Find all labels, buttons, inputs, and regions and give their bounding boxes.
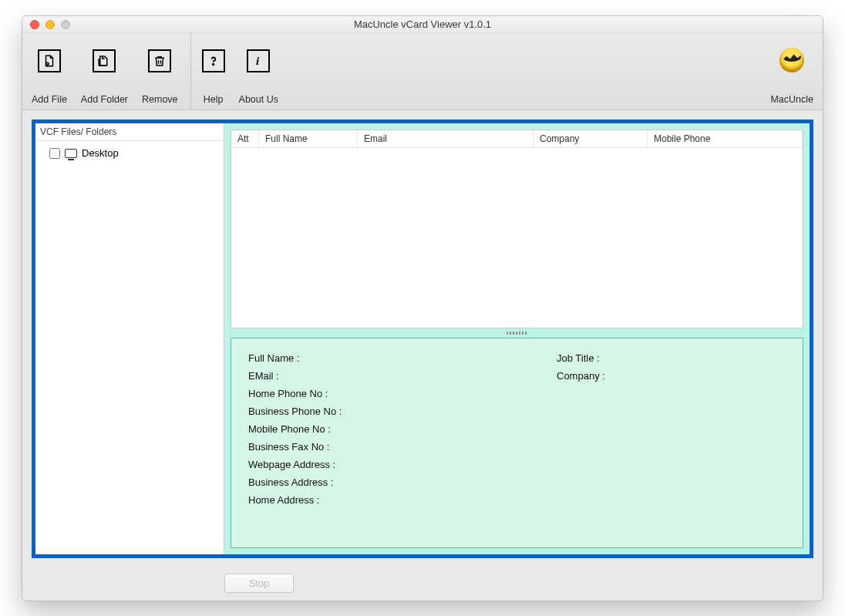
file-tree: Desktop	[35, 141, 224, 165]
grip-icon	[507, 332, 528, 335]
help-button[interactable]: Help	[202, 49, 225, 105]
titlebar: MacUncle vCard Viewer v1.0.1	[22, 16, 823, 33]
traffic-lights	[22, 20, 70, 29]
main-frame: VCF Files/ Folders Desktop Att Full Name…	[32, 119, 813, 558]
stop-button[interactable]: Stop	[224, 574, 294, 593]
app-window: MacUncle vCard Viewer v1.0.1 Add File Ad…	[22, 15, 823, 601]
detail-mobile-phone: Mobile Phone No :	[248, 423, 526, 435]
detail-email: EMail :	[248, 370, 526, 382]
close-icon[interactable]	[30, 20, 39, 29]
brand-label: MacUncle	[770, 94, 813, 105]
toolbar-label: Remove	[142, 94, 178, 105]
toolbar-label: Help	[204, 94, 224, 105]
column-email[interactable]: Email	[358, 130, 534, 147]
add-file-icon	[38, 49, 61, 72]
toolbar-group-files: Add File Add Folder Remove	[32, 49, 190, 105]
column-company[interactable]: Company	[534, 130, 648, 147]
info-icon: i	[247, 49, 270, 72]
tree-item-label: Desktop	[82, 147, 119, 159]
svg-point-1	[212, 64, 214, 66]
svg-text:i: i	[256, 55, 260, 67]
detail-webpage: Webpage Address :	[248, 459, 526, 470]
about-button[interactable]: i About Us	[239, 49, 278, 105]
detail-job-title: Job Title :	[557, 352, 786, 364]
contacts-table[interactable]: Att Full Name Email Company Mobile Phone	[231, 130, 803, 328]
toolbar: Add File Add Folder Remove	[22, 33, 823, 110]
toolbar-label: Add Folder	[81, 94, 128, 105]
sidebar-header: VCF Files/ Folders	[35, 123, 224, 141]
toolbar-label: Add File	[32, 94, 67, 105]
detail-home-phone: Home Phone No :	[248, 388, 526, 399]
add-file-button[interactable]: Add File	[32, 49, 67, 105]
tree-item-checkbox[interactable]	[49, 148, 60, 159]
column-att[interactable]: Att	[231, 130, 259, 147]
remove-button[interactable]: Remove	[142, 49, 178, 105]
footer: Stop	[22, 567, 823, 601]
svg-point-0	[46, 62, 49, 65]
brand-logo-icon	[779, 48, 804, 72]
trash-icon	[148, 49, 171, 72]
zoom-icon[interactable]	[61, 20, 70, 29]
toolbar-group-help: Help i About Us	[202, 49, 291, 105]
table-header: Att Full Name Email Company Mobile Phone	[231, 130, 803, 148]
detail-business-fax: Business Fax No :	[248, 441, 526, 453]
window-title: MacUncle vCard Viewer v1.0.1	[22, 19, 823, 30]
detail-home-address: Home Address :	[248, 494, 526, 506]
detail-business-phone: Business Phone No :	[248, 406, 526, 417]
desktop-icon	[65, 149, 77, 158]
splitter-handle[interactable]	[231, 328, 803, 338]
toolbar-label: About Us	[239, 94, 278, 105]
add-folder-button[interactable]: Add Folder	[81, 49, 128, 105]
sidebar: VCF Files/ Folders Desktop	[35, 123, 224, 554]
add-folder-icon	[93, 49, 116, 72]
help-icon	[202, 49, 225, 72]
detail-business-address: Business Address :	[248, 476, 526, 488]
column-full-name[interactable]: Full Name	[259, 130, 358, 147]
toolbar-separator	[190, 33, 191, 109]
details-panel: Full Name : EMail : Home Phone No : Busi…	[231, 338, 803, 548]
content-area: VCF Files/ Folders Desktop Att Full Name…	[22, 110, 823, 567]
right-pane: Att Full Name Email Company Mobile Phone…	[224, 123, 810, 554]
minimize-icon[interactable]	[45, 20, 55, 29]
brand[interactable]: MacUncle	[770, 48, 813, 105]
detail-company: Company :	[557, 370, 786, 382]
detail-full-name: Full Name :	[248, 352, 526, 364]
tree-item-desktop[interactable]: Desktop	[40, 146, 219, 160]
column-mobile[interactable]: Mobile Phone	[648, 130, 803, 147]
